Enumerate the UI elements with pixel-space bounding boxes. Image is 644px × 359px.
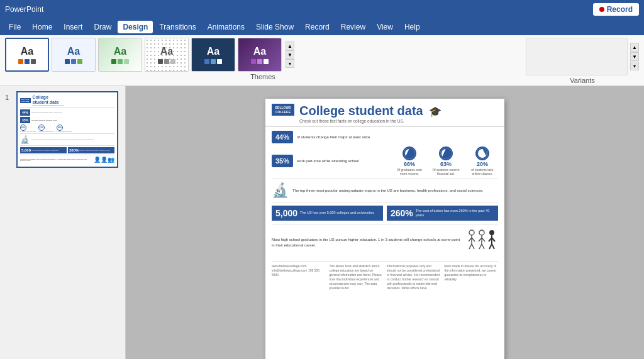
theme-2-colors xyxy=(65,59,82,64)
svg-line-8 xyxy=(472,244,474,249)
microscope-text: The top three most popular undergraduate… xyxy=(292,188,484,193)
slide-canvas: BELLOWS COLLEGE College student data 🎓 C… xyxy=(126,86,644,359)
variant-scroll-more[interactable]: ▾ xyxy=(630,62,639,70)
ribbon-variants-section: ▲ ▼ ▾ Variants xyxy=(526,38,639,84)
themes-list: Aa Aa xyxy=(5,38,521,72)
theme-4-aa: Aa xyxy=(160,46,173,57)
theme-6-colors xyxy=(251,59,269,64)
svg-line-20 xyxy=(492,244,494,249)
variant-scroll-up[interactable]: ▲ xyxy=(630,43,639,52)
theme-3-colors xyxy=(111,59,129,64)
bottom-paragraph: Most high school graduates in the US pur… xyxy=(272,237,463,248)
slide-number-1: 1 xyxy=(5,94,14,101)
stat-row-44: 44% of students change their major at le… xyxy=(272,131,498,143)
menu-help[interactable]: Help xyxy=(399,21,425,33)
footer-col-3: informational purposes only and should n… xyxy=(387,264,441,290)
svg-line-7 xyxy=(469,244,472,249)
circles-row: 66% Of graduates earn more income. xyxy=(363,146,498,175)
circle-66-icon xyxy=(402,146,416,160)
menu-transitions[interactable]: Transitions xyxy=(154,21,201,33)
big-stat-5000-text: The US has over 5,000 colleges and unive… xyxy=(300,211,374,215)
infographic: BELLOWS COLLEGE College student data 🎓 C… xyxy=(265,99,504,359)
slide-main-view[interactable]: BELLOWS COLLEGE College student data 🎓 C… xyxy=(265,99,504,359)
microscope-icon: 🔬 xyxy=(272,182,289,199)
record-button[interactable]: Record xyxy=(593,3,639,16)
footer-col-1: www.bellowscollege.com info@bellowscolle… xyxy=(272,264,326,290)
stat-desc-44: of students change their major at least … xyxy=(297,131,498,143)
themes-label: Themes xyxy=(5,73,521,80)
circle-20-pct: 20% xyxy=(477,161,488,167)
scroll-more-arrow[interactable]: ▾ xyxy=(286,59,294,68)
menu-animations[interactable]: Animations xyxy=(203,21,250,33)
stat-box-44: 44% xyxy=(272,131,293,143)
menu-bar: File Home Insert Draw Design Transitions… xyxy=(0,19,644,35)
footer-col-2: The above facts and statistics about col… xyxy=(330,264,384,290)
menu-draw[interactable]: Draw xyxy=(89,21,116,33)
scroll-down-arrow[interactable]: ▼ xyxy=(286,50,294,59)
circle-stat-66: 66% Of graduates earn more income. xyxy=(394,146,425,175)
menu-insert[interactable]: Insert xyxy=(58,21,87,33)
circle-63-icon xyxy=(439,146,453,160)
pie-20-svg xyxy=(477,148,488,159)
stat-row-35: 35% work part-time while attending schoo… xyxy=(272,155,359,167)
stat-box-35: 35% xyxy=(272,155,293,167)
menu-view[interactable]: View xyxy=(372,21,398,33)
big-stat-260-num: 260% xyxy=(391,208,413,218)
people-svg xyxy=(467,228,498,253)
menu-file[interactable]: File xyxy=(4,21,26,33)
footer-col-4: been made to ensure the accuracy of the … xyxy=(445,264,499,290)
variant-scroll-down[interactable]: ▼ xyxy=(630,52,639,61)
scroll-up-arrow[interactable]: ▲ xyxy=(286,41,294,50)
theme-3[interactable]: Aa xyxy=(98,38,142,72)
microscope-row: 🔬 The top three most popular undergradua… xyxy=(272,179,498,202)
menu-slideshow[interactable]: Slide Show xyxy=(251,21,299,33)
pie-66-svg xyxy=(404,148,415,159)
menu-design[interactable]: Design xyxy=(118,21,153,33)
circle-63-label: Of students receive financial aid. xyxy=(430,168,462,175)
theme-6[interactable]: Aa xyxy=(238,38,282,72)
header-title-area: College student data 🎓 Check out these f… xyxy=(299,104,498,123)
infographic-title: College student data 🎓 xyxy=(299,104,498,118)
theme-5[interactable]: Aa xyxy=(191,38,235,72)
app-title: PowerPoint xyxy=(5,5,43,14)
variants-scroll-arrows: ▲ ▼ ▾ xyxy=(630,43,639,70)
slide-thumbnail-1[interactable]: BELLOWSCOLLEGE Collegestudent data Check… xyxy=(16,91,118,168)
theme-1[interactable]: Aa xyxy=(5,38,49,72)
theme-6-aa: Aa xyxy=(253,46,266,57)
themes-scroll[interactable]: ▲ ▼ ▾ xyxy=(286,41,294,68)
big-stats-row: 5,000 The US has over 5,000 colleges and… xyxy=(272,206,498,221)
svg-point-15 xyxy=(489,230,494,235)
slide-panel: 1 BELLOWSCOLLEGE Collegestudent data Che… xyxy=(0,86,126,359)
graduation-cap-icon: 🎓 xyxy=(429,106,441,117)
svg-point-9 xyxy=(479,230,484,235)
theme-2[interactable]: Aa xyxy=(52,38,96,72)
college-badge: BELLOWS COLLEGE xyxy=(272,104,294,116)
menu-home[interactable]: Home xyxy=(27,21,57,33)
circle-stat-63: 63% Of students receive financial aid. xyxy=(430,146,462,175)
theme-3-aa: Aa xyxy=(114,46,126,57)
menu-record[interactable]: Record xyxy=(300,21,335,33)
theme-4-colors xyxy=(158,59,175,64)
bottom-text-section: Most high school graduates in the US pur… xyxy=(272,224,498,258)
theme-4[interactable]: Aa xyxy=(145,38,189,72)
circle-20-label: of students take online classes. xyxy=(467,168,498,175)
big-stat-260-text: The cost of tuition has risen 260% in th… xyxy=(416,209,494,218)
slide-thumb-container-1: 1 BELLOWSCOLLEGE Collegestudent data Che… xyxy=(5,91,120,168)
stat-desc-35: work part-time while attending school xyxy=(297,155,359,167)
circle-20-icon xyxy=(475,146,489,160)
theme-5-colors xyxy=(204,59,222,64)
title-bar: PowerPoint Record xyxy=(0,0,644,19)
infographic-body: 44% of students change their major at le… xyxy=(265,127,504,294)
record-label: Record xyxy=(607,5,633,14)
infographic-subtitle: Check out these fast facts on college ed… xyxy=(299,119,498,123)
theme-5-aa: Aa xyxy=(207,46,219,57)
menu-review[interactable]: Review xyxy=(336,21,370,33)
variant-area xyxy=(526,38,628,75)
ribbon-themes-section: Aa Aa xyxy=(5,38,521,84)
circle-66-label: Of graduates earn more income. xyxy=(394,168,425,175)
variants-label: Variants xyxy=(526,77,639,84)
big-stat-5000: 5,000 The US has over 5,000 colleges and… xyxy=(272,206,383,221)
theme-1-aa: Aa xyxy=(21,46,33,57)
svg-line-14 xyxy=(482,244,484,249)
big-stat-260: 260% The cost of tuition has risen 260% … xyxy=(387,206,498,221)
